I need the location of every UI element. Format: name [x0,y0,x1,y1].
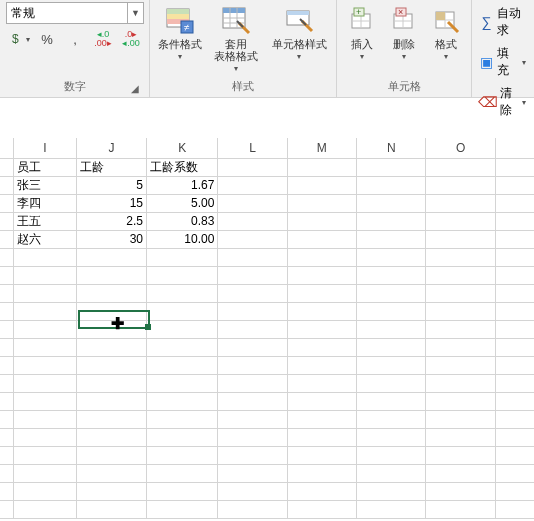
chevron-down-icon: ▾ [402,52,406,61]
chevron-down-icon: ▾ [444,52,448,61]
chevron-down-icon: ▾ [297,52,301,61]
autosum-button[interactable]: ∑ 自动求 [478,4,528,40]
number-format-input[interactable] [7,3,127,23]
col-header[interactable]: M [287,138,356,158]
conditional-formatting-label: 条件格式 [158,38,202,50]
table-row[interactable]: 李四 15 5.00 [0,194,534,212]
svg-text:$: $ [12,32,19,46]
delete-label: 删除 [393,38,415,50]
table-row[interactable]: 王五 2.5 0.83 [0,212,534,230]
number-dialog-launcher[interactable]: ◢ [129,83,141,95]
cell[interactable]: 工龄系数 [147,158,218,176]
format-icon [430,4,462,36]
conditional-formatting-button[interactable]: ≠ 条件格式 ▾ [156,2,204,61]
svg-rect-8 [223,8,245,13]
group-number: ▼ $▾ % , ◂.0 .00▸ .0▸ ◂.00 [0,0,150,97]
table-row[interactable]: 员工 工龄 工龄系数 [0,158,534,176]
cell[interactable]: 王五 [14,212,77,230]
number-format-combo[interactable]: ▼ [6,2,144,24]
cell-styles-label: 单元格样式 [272,38,327,50]
cell[interactable]: 赵六 [14,230,77,248]
sigma-icon: ∑ [480,14,493,30]
svg-rect-14 [287,11,309,15]
insert-icon: + [346,4,378,36]
fill-label: 填充 [497,45,517,79]
fill-button[interactable]: ▣ 填充▾ [478,44,528,80]
group-editing: ∑ 自动求 ▣ 填充▾ ⌫ 清除▾ [472,0,534,97]
comma-label: , [73,32,77,47]
worksheet[interactable]: I J K L M N O 员工 工龄 工龄系数 张三 5 1.67 李四 15… [0,98,534,521]
decrease-decimal-button[interactable]: .0▸ ◂.00 [118,26,144,52]
format-as-table-label: 套用 表格格式 [214,38,258,62]
cell[interactable]: 1.67 [147,176,218,194]
svg-text:≠: ≠ [184,22,190,33]
col-header[interactable]: K [147,138,218,158]
group-number-label: 数字 ◢ [6,77,143,97]
col-header[interactable]: O [426,138,495,158]
col-header[interactable]: N [357,138,426,158]
svg-rect-28 [436,12,445,20]
increase-decimal-button[interactable]: ◂.0 .00▸ [90,26,116,52]
accounting-format-button[interactable]: $▾ [6,26,32,52]
col-header[interactable]: L [218,138,287,158]
comma-style-button[interactable]: , [62,26,88,52]
cell[interactable]: 工龄 [76,158,146,176]
ribbon: ▼ $▾ % , ◂.0 .00▸ .0▸ ◂.00 [0,0,534,98]
svg-text:×: × [398,7,403,17]
format-as-table-icon [220,4,252,36]
format-label: 格式 [435,38,457,50]
svg-rect-3 [167,14,189,19]
insert-label: 插入 [351,38,373,50]
insert-button[interactable]: + 插入 ▾ [343,2,381,61]
cell[interactable]: 张三 [14,176,77,194]
format-as-table-button[interactable]: 套用 表格格式 ▾ [208,2,264,73]
chevron-down-icon: ▾ [234,64,238,73]
svg-text:+: + [356,7,361,17]
cell[interactable]: 员工 [14,158,77,176]
group-cells: + 插入 ▾ × 删除 ▾ 格式 ▾ 单元格 [337,0,472,97]
cell[interactable]: 5.00 [147,194,218,212]
table-row[interactable]: 赵六 30 10.00 [0,230,534,248]
group-cells-label: 单元格 [343,77,465,97]
cell[interactable]: 15 [76,194,146,212]
chevron-down-icon: ▾ [178,52,182,61]
grid[interactable]: I J K L M N O 员工 工龄 工龄系数 张三 5 1.67 李四 15… [0,138,534,519]
cell[interactable]: 0.83 [147,212,218,230]
cell[interactable]: 30 [76,230,146,248]
table-row[interactable]: 张三 5 1.67 [0,176,534,194]
svg-rect-2 [167,9,189,14]
percent-label: % [41,32,53,47]
cell[interactable]: 2.5 [76,212,146,230]
cell[interactable]: 5 [76,176,146,194]
cell-styles-icon [283,4,315,36]
col-header[interactable]: J [76,138,146,158]
autosum-label: 自动求 [497,5,526,39]
fill-down-icon: ▣ [480,54,493,70]
cell[interactable]: 李四 [14,194,77,212]
col-header[interactable]: I [14,138,77,158]
cell-styles-button[interactable]: 单元格样式 ▾ [268,2,330,61]
column-headers-row: I J K L M N O [0,138,534,158]
chevron-down-icon: ▾ [360,52,364,61]
delete-icon: × [388,4,420,36]
percent-button[interactable]: % [34,26,60,52]
delete-button[interactable]: × 删除 ▾ [385,2,423,61]
group-styles-label: 样式 [156,77,330,97]
cell[interactable]: 10.00 [147,230,218,248]
format-button[interactable]: 格式 ▾ [427,2,465,61]
number-format-dropdown[interactable]: ▼ [127,3,143,23]
conditional-formatting-icon: ≠ [164,4,196,36]
group-styles: ≠ 条件格式 ▾ 套用 表格格式 ▾ 单元格样式 ▾ 样式 [150,0,337,97]
